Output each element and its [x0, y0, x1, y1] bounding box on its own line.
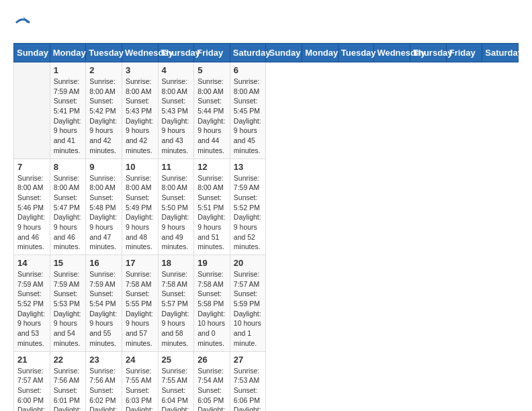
calendar-cell: 19Sunrise: 7:58 AMSunset: 5:58 PMDayligh… [194, 255, 230, 352]
day-info: Sunrise: 8:00 AMSunset: 5:43 PMDaylight:… [162, 77, 191, 156]
calendar-cell: 7Sunrise: 8:00 AMSunset: 5:46 PMDaylight… [14, 158, 50, 255]
day-info: Sunrise: 7:59 AMSunset: 5:52 PMDaylight:… [234, 173, 263, 253]
calendar-cell: 24Sunrise: 7:55 AMSunset: 6:03 PMDayligh… [122, 351, 158, 411]
day-number: 27 [234, 355, 263, 365]
day-number: 11 [162, 162, 191, 172]
day-number: 2 [89, 65, 118, 75]
calendar-cell: 1Sunrise: 7:59 AMSunset: 5:41 PMDaylight… [50, 62, 86, 159]
day-number: 12 [197, 162, 226, 172]
calendar-cell: 16Sunrise: 7:59 AMSunset: 5:54 PMDayligh… [86, 255, 122, 352]
day-info: Sunrise: 7:58 AMSunset: 5:55 PMDaylight:… [126, 269, 154, 349]
col-header-sunday: Sunday [266, 44, 302, 62]
day-number: 8 [54, 162, 83, 172]
day-info: Sunrise: 7:55 AMSunset: 6:04 PMDaylight:… [162, 366, 191, 412]
day-number: 19 [197, 258, 226, 268]
logo [13, 13, 35, 32]
calendar-cell: 3Sunrise: 8:00 AMSunset: 5:43 PMDaylight… [122, 62, 158, 159]
day-info: Sunrise: 8:00 AMSunset: 5:49 PMDaylight:… [126, 173, 154, 253]
logo-icon [13, 13, 32, 32]
header-monday: Monday [50, 44, 86, 62]
calendar-cell: 11Sunrise: 8:00 AMSunset: 5:50 PMDayligh… [158, 158, 194, 255]
calendar-cell: 18Sunrise: 7:58 AMSunset: 5:57 PMDayligh… [158, 255, 194, 352]
header-wednesday: Wednesday [122, 44, 158, 62]
day-info: Sunrise: 7:54 AMSunset: 6:05 PMDaylight:… [197, 366, 226, 412]
calendar-cell: 9Sunrise: 8:00 AMSunset: 5:48 PMDaylight… [86, 158, 122, 255]
calendar-cell: 5Sunrise: 8:00 AMSunset: 5:44 PMDaylight… [194, 62, 230, 159]
week-row-4: 21Sunrise: 7:57 AMSunset: 6:00 PMDayligh… [14, 351, 519, 411]
day-number: 1 [54, 65, 83, 75]
week-row-3: 14Sunrise: 7:59 AMSunset: 5:52 PMDayligh… [14, 255, 519, 352]
day-info: Sunrise: 7:57 AMSunset: 6:00 PMDaylight:… [17, 366, 46, 412]
day-number: 9 [89, 162, 118, 172]
day-info: Sunrise: 7:57 AMSunset: 5:59 PMDaylight:… [234, 269, 263, 349]
calendar-cell: 17Sunrise: 7:58 AMSunset: 5:55 PMDayligh… [122, 255, 158, 352]
header-friday: Friday [194, 44, 230, 62]
day-number: 22 [54, 355, 83, 365]
calendar-cell: 27Sunrise: 7:53 AMSunset: 6:06 PMDayligh… [230, 351, 266, 411]
day-info: Sunrise: 8:00 AMSunset: 5:46 PMDaylight:… [17, 173, 46, 253]
col-header-thursday: Thursday [410, 44, 447, 62]
calendar-cell: 22Sunrise: 7:56 AMSunset: 6:01 PMDayligh… [50, 351, 86, 411]
day-number: 15 [54, 258, 83, 268]
day-info: Sunrise: 7:55 AMSunset: 6:03 PMDaylight:… [126, 366, 154, 412]
day-info: Sunrise: 7:53 AMSunset: 6:06 PMDaylight:… [234, 366, 263, 412]
day-number: 14 [17, 258, 46, 268]
col-header-saturday: Saturday [482, 44, 519, 62]
calendar-cell: 12Sunrise: 8:00 AMSunset: 5:51 PMDayligh… [194, 158, 230, 255]
day-info: Sunrise: 7:59 AMSunset: 5:53 PMDaylight:… [54, 269, 83, 349]
day-number: 3 [126, 65, 154, 75]
calendar-cell: 25Sunrise: 7:55 AMSunset: 6:04 PMDayligh… [158, 351, 194, 411]
day-number: 13 [234, 162, 263, 172]
col-header-monday: Monday [302, 44, 339, 62]
day-info: Sunrise: 8:00 AMSunset: 5:43 PMDaylight:… [126, 77, 154, 156]
col-header-tuesday: Tuesday [338, 44, 374, 62]
calendar-table: SundayMondayTuesdayWednesdayThursdayFrid… [13, 43, 519, 411]
day-number: 17 [126, 258, 154, 268]
day-number: 20 [234, 258, 263, 268]
header-sunday: Sunday [14, 44, 50, 62]
day-info: Sunrise: 7:58 AMSunset: 5:58 PMDaylight:… [197, 269, 226, 349]
day-info: Sunrise: 8:00 AMSunset: 5:50 PMDaylight:… [162, 173, 191, 253]
calendar-cell: 2Sunrise: 8:00 AMSunset: 5:42 PMDaylight… [86, 62, 122, 159]
calendar-cell [14, 62, 50, 159]
day-info: Sunrise: 7:59 AMSunset: 5:41 PMDaylight:… [54, 77, 83, 156]
col-header-friday: Friday [446, 44, 482, 62]
header-thursday: Thursday [158, 44, 194, 62]
calendar-header-row: SundayMondayTuesdayWednesdayThursdayFrid… [14, 44, 519, 62]
week-row-1: 1Sunrise: 7:59 AMSunset: 5:41 PMDaylight… [14, 62, 519, 159]
day-number: 6 [234, 65, 263, 75]
day-number: 5 [197, 65, 226, 75]
day-number: 16 [89, 258, 118, 268]
day-info: Sunrise: 7:58 AMSunset: 5:57 PMDaylight:… [162, 269, 191, 349]
day-info: Sunrise: 7:56 AMSunset: 6:01 PMDaylight:… [54, 366, 83, 412]
day-info: Sunrise: 7:56 AMSunset: 6:02 PMDaylight:… [89, 366, 118, 412]
week-row-2: 7Sunrise: 8:00 AMSunset: 5:46 PMDaylight… [14, 158, 519, 255]
col-header-wednesday: Wednesday [374, 44, 410, 62]
day-info: Sunrise: 8:00 AMSunset: 5:51 PMDaylight:… [197, 173, 226, 253]
day-number: 26 [197, 355, 226, 365]
day-info: Sunrise: 8:00 AMSunset: 5:44 PMDaylight:… [197, 77, 226, 156]
day-info: Sunrise: 8:00 AMSunset: 5:48 PMDaylight:… [89, 173, 118, 253]
day-number: 10 [126, 162, 154, 172]
day-number: 24 [126, 355, 154, 365]
calendar-cell: 21Sunrise: 7:57 AMSunset: 6:00 PMDayligh… [14, 351, 50, 411]
day-number: 4 [162, 65, 191, 75]
calendar-cell: 15Sunrise: 7:59 AMSunset: 5:53 PMDayligh… [50, 255, 86, 352]
page-header [13, 13, 519, 32]
day-number: 21 [17, 355, 46, 365]
calendar-cell: 6Sunrise: 8:00 AMSunset: 5:45 PMDaylight… [230, 62, 266, 159]
calendar-cell: 20Sunrise: 7:57 AMSunset: 5:59 PMDayligh… [230, 255, 266, 352]
day-info: Sunrise: 7:59 AMSunset: 5:54 PMDaylight:… [89, 269, 118, 349]
calendar-cell: 8Sunrise: 8:00 AMSunset: 5:47 PMDaylight… [50, 158, 86, 255]
header-tuesday: Tuesday [86, 44, 122, 62]
day-info: Sunrise: 7:59 AMSunset: 5:52 PMDaylight:… [17, 269, 46, 349]
calendar-cell: 13Sunrise: 7:59 AMSunset: 5:52 PMDayligh… [230, 158, 266, 255]
calendar-cell: 23Sunrise: 7:56 AMSunset: 6:02 PMDayligh… [86, 351, 122, 411]
calendar-cell: 14Sunrise: 7:59 AMSunset: 5:52 PMDayligh… [14, 255, 50, 352]
day-info: Sunrise: 8:00 AMSunset: 5:42 PMDaylight:… [89, 77, 118, 156]
day-number: 7 [17, 162, 46, 172]
calendar-cell: 10Sunrise: 8:00 AMSunset: 5:49 PMDayligh… [122, 158, 158, 255]
day-info: Sunrise: 8:00 AMSunset: 5:47 PMDaylight:… [54, 173, 83, 253]
header-saturday: Saturday [230, 44, 266, 62]
day-number: 18 [162, 258, 191, 268]
